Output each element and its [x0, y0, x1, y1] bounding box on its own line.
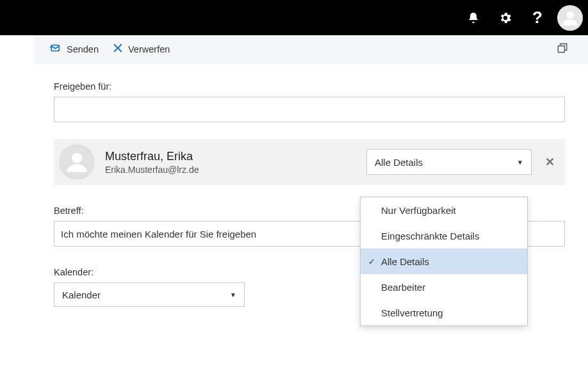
permission-option-delegate[interactable]: Stellvertretung [361, 300, 527, 325]
discard-label: Verwerfen [128, 44, 170, 54]
close-icon [113, 43, 123, 55]
permission-option-editor[interactable]: Bearbeiter [361, 274, 527, 300]
remove-recipient-button[interactable]: ✕ [542, 155, 557, 169]
discard-button[interactable]: Verwerfen [113, 43, 170, 55]
share-with-input[interactable] [54, 97, 565, 122]
svg-point-3 [72, 153, 82, 163]
top-navbar: ? [0, 0, 588, 35]
calendar-selected-label: Kalender [62, 289, 101, 300]
svg-rect-2 [558, 45, 564, 52]
permission-selected-label: Alle Details [375, 157, 423, 168]
share-with-label: Freigeben für: [54, 81, 565, 92]
send-icon [50, 42, 61, 56]
compose-toolbar: Senden Verwerfen [35, 35, 588, 63]
recipient-name: Musterfrau, Erika [105, 150, 199, 163]
popout-icon[interactable] [556, 42, 569, 57]
permission-dropdown: Nur Verfügbarkeit Eingeschränkte Details… [360, 197, 528, 326]
calendar-select[interactable]: Kalender ▼ [54, 282, 245, 307]
avatar-icon [59, 144, 95, 180]
user-avatar[interactable] [557, 5, 583, 31]
permission-select[interactable]: Alle Details ▼ [366, 149, 532, 175]
recipient-row: Musterfrau, Erika Erika.Musterfau@lrz.de… [54, 139, 565, 185]
chevron-down-icon: ▼ [517, 159, 523, 166]
chevron-down-icon: ▼ [230, 291, 236, 298]
left-gutter [0, 35, 35, 374]
bell-icon[interactable] [457, 2, 489, 34]
svg-point-0 [566, 11, 574, 19]
recipient-email: Erika.Musterfau@lrz.de [105, 165, 199, 175]
send-button[interactable]: Senden [50, 42, 99, 56]
permission-option-availability[interactable]: Nur Verfügbarkeit [361, 197, 527, 223]
send-label: Senden [67, 44, 99, 54]
help-icon[interactable]: ? [521, 2, 553, 34]
check-icon: ✓ [368, 257, 375, 266]
permission-option-limited[interactable]: Eingeschränkte Details [361, 223, 527, 248]
gear-icon[interactable] [489, 2, 521, 34]
permission-option-all-details[interactable]: ✓ Alle Details [361, 248, 527, 274]
